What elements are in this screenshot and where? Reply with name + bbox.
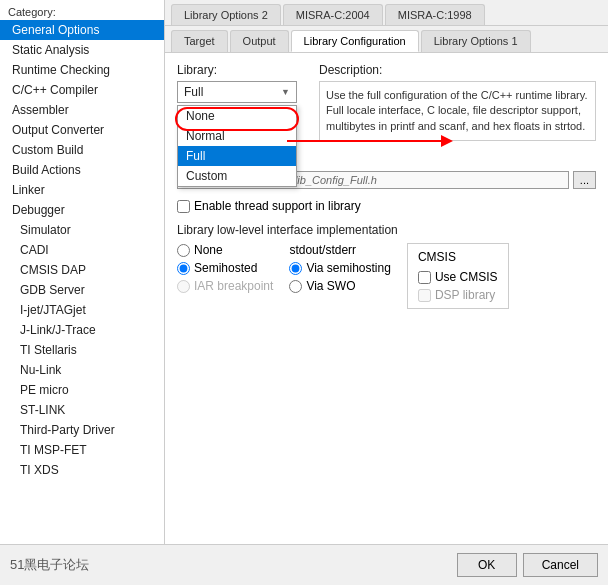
stdout-label: stdout/stderr xyxy=(289,243,391,257)
enable-thread-row: Enable thread support in library xyxy=(177,199,596,213)
semihosted-radio[interactable] xyxy=(177,262,190,275)
browse-button[interactable]: ... xyxy=(573,171,596,189)
use-cmsis-label: Use CMSIS xyxy=(435,270,498,284)
dropdown-option-normal[interactable]: Normal xyxy=(178,126,296,146)
impl-right: stdout/stderr Via semihosting Via SWO xyxy=(289,243,391,293)
sidebar-item-linker[interactable]: Linker xyxy=(0,180,164,200)
sidebar: Category: General OptionsStatic Analysis… xyxy=(0,0,165,544)
cmsis-box: CMSIS Use CMSIS DSP library xyxy=(407,243,509,309)
sidebar-item-cadi[interactable]: CADI xyxy=(0,240,164,260)
left-column: Library: Full ▼ NoneNormalFullCustom xyxy=(177,63,307,141)
tabs-row-1: Library Options 2MISRA-C:2004MISRA-C:199… xyxy=(165,0,608,26)
sidebar-item-ti-xds[interactable]: TI XDS xyxy=(0,460,164,480)
cancel-button[interactable]: Cancel xyxy=(523,553,598,577)
right-column: Description: Use the full configuration … xyxy=(319,63,596,141)
content-area: Category: General OptionsStatic Analysis… xyxy=(0,0,608,544)
tab-misra-1998[interactable]: MISRA-C:1998 xyxy=(385,4,485,25)
library-dropdown-wrapper: Full ▼ NoneNormalFullCustom xyxy=(177,81,297,103)
iar-breakpoint-radio-row: IAR breakpoint xyxy=(177,279,273,293)
sidebar-item-build-actions[interactable]: Build Actions xyxy=(0,160,164,180)
dropdown-option-custom[interactable]: Custom xyxy=(178,166,296,186)
sidebar-item-cmsis-dap[interactable]: CMSIS DAP xyxy=(0,260,164,280)
dropdown-option-none[interactable]: None xyxy=(178,106,296,126)
watermark-text: 51黑电子论坛 xyxy=(10,556,89,574)
dialog: Category: General OptionsStatic Analysis… xyxy=(0,0,608,585)
sidebar-item-pe-micro[interactable]: PE micro xyxy=(0,380,164,400)
sidebar-item-jlink[interactable]: J-Link/J-Trace xyxy=(0,320,164,340)
tab-misra-2004[interactable]: MISRA-C:2004 xyxy=(283,4,383,25)
tab-lib-options-2[interactable]: Library Options 2 xyxy=(171,4,281,25)
none-radio-label: None xyxy=(194,243,223,257)
sidebar-item-simulator[interactable]: Simulator xyxy=(0,220,164,240)
description-label: Description: xyxy=(319,63,596,77)
description-text: Use the full configuration of the C/C++ … xyxy=(326,89,587,132)
via-semihosting-radio-row: Via semihosting xyxy=(289,261,391,275)
chevron-down-icon: ▼ xyxy=(281,87,290,97)
panel-inner: Library: Full ▼ NoneNormalFullCustom xyxy=(177,63,596,141)
sidebar-item-runtime-checking[interactable]: Runtime Checking xyxy=(0,60,164,80)
sidebar-item-i-jet[interactable]: I-jet/JTAGjet xyxy=(0,300,164,320)
sidebar-item-static-analysis[interactable]: Static Analysis xyxy=(0,40,164,60)
iar-breakpoint-label: IAR breakpoint xyxy=(194,279,273,293)
tab-output[interactable]: Output xyxy=(230,30,289,52)
ok-button[interactable]: OK xyxy=(457,553,517,577)
sidebar-item-output-converter[interactable]: Output Converter xyxy=(0,120,164,140)
description-box: Use the full configuration of the C/C++ … xyxy=(319,81,596,141)
via-semihosting-label: Via semihosting xyxy=(306,261,391,275)
impl-section-title: Library low-level interface implementati… xyxy=(177,223,596,237)
sidebar-item-custom-build[interactable]: Custom Build xyxy=(0,140,164,160)
panel-content: Library: Full ▼ NoneNormalFullCustom xyxy=(165,53,608,544)
library-label: Library: xyxy=(177,63,307,77)
sidebar-item-ti-msp-fet[interactable]: TI MSP-FET xyxy=(0,440,164,460)
tab-target[interactable]: Target xyxy=(171,30,228,52)
bottom-buttons: OK Cancel xyxy=(457,553,598,577)
dsp-library-row: DSP library xyxy=(418,288,498,302)
sidebar-item-cpp-compiler[interactable]: C/C++ Compiler xyxy=(0,80,164,100)
none-radio[interactable] xyxy=(177,244,190,257)
sidebar-item-ti-stellaris[interactable]: TI Stellaris xyxy=(0,340,164,360)
main-panel: Library Options 2MISRA-C:2004MISRA-C:199… xyxy=(165,0,608,544)
via-swo-radio[interactable] xyxy=(289,280,302,293)
dropdown-option-full[interactable]: Full xyxy=(178,146,296,166)
dsp-library-label: DSP library xyxy=(435,288,495,302)
impl-left: None Semihosted IAR breakpoint xyxy=(177,243,273,293)
semihosted-radio-label: Semihosted xyxy=(194,261,257,275)
sidebar-item-nu-link[interactable]: Nu-Link xyxy=(0,360,164,380)
sidebar-item-assembler[interactable]: Assembler xyxy=(0,100,164,120)
sidebar-item-third-party[interactable]: Third-Party Driver xyxy=(0,420,164,440)
via-semihosting-radio[interactable] xyxy=(289,262,302,275)
cmsis-title: CMSIS xyxy=(418,250,498,264)
enable-thread-checkbox[interactable] xyxy=(177,200,190,213)
use-cmsis-row: Use CMSIS xyxy=(418,270,498,284)
library-dropdown-value: Full xyxy=(184,85,203,99)
library-dropdown[interactable]: Full ▼ xyxy=(177,81,297,103)
none-radio-row: None xyxy=(177,243,273,257)
iar-breakpoint-radio[interactable] xyxy=(177,280,190,293)
sidebar-item-st-link[interactable]: ST-LINK xyxy=(0,400,164,420)
tab-lib-options-1[interactable]: Library Options 1 xyxy=(421,30,531,52)
category-label: Category: xyxy=(0,4,164,20)
via-swo-radio-row: Via SWO xyxy=(289,279,391,293)
enable-thread-label: Enable thread support in library xyxy=(194,199,361,213)
sidebar-item-debugger[interactable]: Debugger xyxy=(0,200,164,220)
library-dropdown-menu: NoneNormalFullCustom xyxy=(177,105,297,187)
tabs-row-2: TargetOutputLibrary ConfigurationLibrary… xyxy=(165,26,608,53)
sidebar-item-gdb-server[interactable]: GDB Server xyxy=(0,280,164,300)
use-cmsis-checkbox[interactable] xyxy=(418,271,431,284)
sidebar-item-general-options[interactable]: General Options xyxy=(0,20,164,40)
tab-lib-config[interactable]: Library Configuration xyxy=(291,30,419,52)
semihosted-radio-row: Semihosted xyxy=(177,261,273,275)
via-swo-label: Via SWO xyxy=(306,279,355,293)
bottom-bar: 51黑电子论坛 OK Cancel xyxy=(0,544,608,585)
dsp-library-checkbox[interactable] xyxy=(418,289,431,302)
